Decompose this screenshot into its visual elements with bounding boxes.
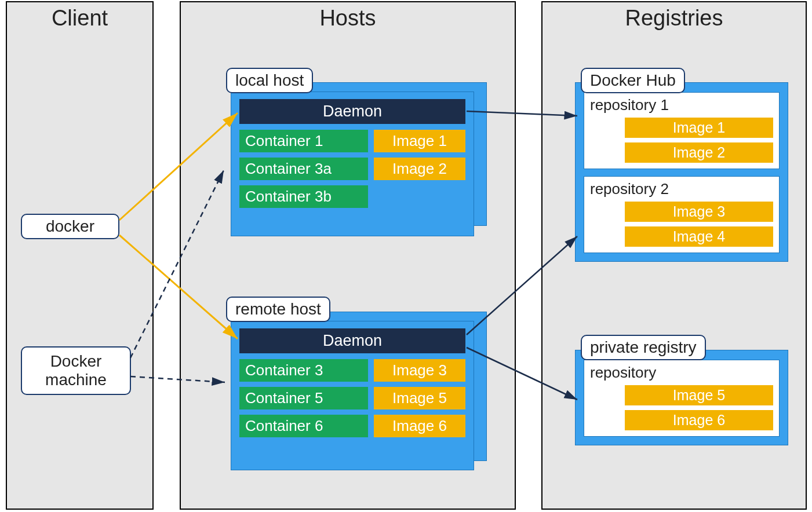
repo-image: Image 2 <box>625 142 773 163</box>
local-row-0: Container 1 Image 1 <box>239 130 465 152</box>
docker-machine-line1: Docker <box>50 352 102 370</box>
dockerhub-repo-1: repository 2 Image 3 Image 4 <box>584 176 780 253</box>
local-host-label: local host <box>226 68 313 93</box>
docker-machine-line2: machine <box>45 371 107 389</box>
client-column: Client <box>6 1 154 510</box>
local-row-2: Container 3b <box>239 185 465 208</box>
image-box: Image 3 <box>374 359 465 382</box>
private-repo-0: repository Image 5 Image 6 <box>584 360 780 437</box>
remote-host-label: remote host <box>226 297 330 322</box>
remote-host: Daemon Container 3 Image 3 Container 5 I… <box>231 321 474 470</box>
client-column-title: Client <box>7 2 152 36</box>
remote-row-1: Container 5 Image 5 <box>239 387 465 409</box>
local-daemon: Daemon <box>239 99 465 124</box>
private-registry-label: private registry <box>581 335 706 360</box>
remote-row-2: Container 6 Image 6 <box>239 415 465 437</box>
dockerhub-label: Docker Hub <box>581 68 685 93</box>
image-box: Image 1 <box>374 130 465 152</box>
dockerhub-box: repository 1 Image 1 Image 2 repository … <box>575 82 788 262</box>
remote-daemon: Daemon <box>239 328 465 353</box>
container-box: Container 1 <box>239 130 368 152</box>
repo-title: repository 1 <box>590 96 773 114</box>
container-box: Container 5 <box>239 387 368 409</box>
repo-image: Image 6 <box>625 410 773 430</box>
remote-host-stack: Daemon Container 3 Image 3 Container 5 I… <box>231 312 487 474</box>
container-box: Container 3 <box>239 359 368 382</box>
dockerhub-repo-0: repository 1 Image 1 Image 2 <box>584 92 780 169</box>
registries-column-title: Registries <box>542 2 806 36</box>
container-box: Container 6 <box>239 415 368 437</box>
repo-image: Image 1 <box>625 118 773 138</box>
container-box: Container 3a <box>239 158 368 180</box>
container-box: Container 3b <box>239 185 368 208</box>
hosts-column-title: Hosts <box>181 2 515 36</box>
remote-row-0: Container 3 Image 3 <box>239 359 465 382</box>
docker-machine-client: Docker machine <box>21 346 131 395</box>
repo-image: Image 4 <box>625 226 773 247</box>
private-registry-box: repository Image 5 Image 6 <box>575 350 788 445</box>
image-box: Image 6 <box>374 415 465 437</box>
local-host: Daemon Container 1 Image 1 Container 3a … <box>231 92 474 236</box>
local-host-stack: Daemon Container 1 Image 1 Container 3a … <box>231 82 487 236</box>
local-row-1: Container 3a Image 2 <box>239 158 465 180</box>
repo-title: repository 2 <box>590 180 773 198</box>
repo-image: Image 5 <box>625 385 773 405</box>
image-box: Image 5 <box>374 387 465 409</box>
repo-title: repository <box>590 364 773 382</box>
repo-image: Image 3 <box>625 202 773 222</box>
docker-client: docker <box>21 214 119 239</box>
image-box: Image 2 <box>374 158 465 180</box>
